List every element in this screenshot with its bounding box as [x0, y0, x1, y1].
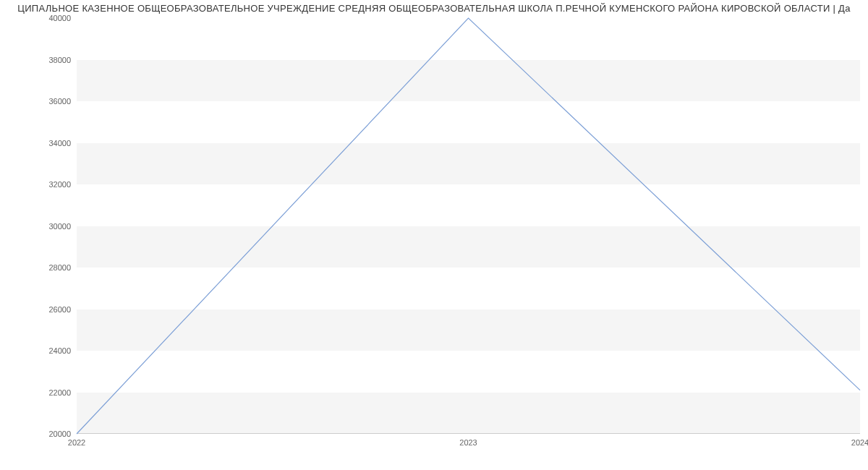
y-tick-label: 36000	[48, 97, 77, 106]
y-tick-label: 26000	[48, 305, 77, 314]
y-tick-label: 38000	[48, 56, 77, 64]
y-tick-label: 24000	[48, 346, 77, 355]
x-tick-label: 2023	[459, 434, 477, 447]
plot-area: 2000022000240002600028000300003200034000…	[77, 18, 860, 434]
x-tick-label: 2024	[851, 434, 868, 447]
chart-title: ЦИПАЛЬНОЕ КАЗЕННОЕ ОБЩЕОБРАЗОВАТЕЛЬНОЕ У…	[0, 3, 868, 14]
x-tick-label: 2022	[68, 434, 85, 447]
y-tick-label: 32000	[48, 180, 77, 189]
y-tick-label: 22000	[48, 388, 77, 397]
y-tick-label: 34000	[48, 139, 77, 148]
chart-container: ЦИПАЛЬНОЕ КАЗЕННОЕ ОБЩЕОБРАЗОВАТЕЛЬНОЕ У…	[0, 0, 868, 470]
y-tick-label: 40000	[48, 14, 77, 22]
y-tick-label: 30000	[48, 222, 77, 231]
line-series	[77, 18, 860, 434]
y-tick-label: 28000	[48, 263, 77, 272]
